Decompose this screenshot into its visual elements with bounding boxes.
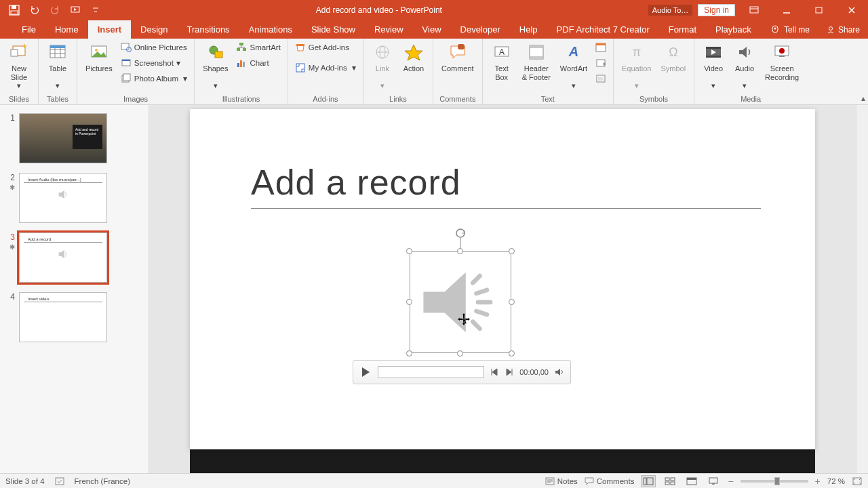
vertical-scrollbar[interactable] <box>856 105 868 473</box>
zoom-out-icon[interactable]: − <box>728 476 733 487</box>
notes-button[interactable]: Notes <box>545 477 578 485</box>
reading-view-icon[interactable] <box>684 475 699 487</box>
ribbon-display-options-icon[interactable] <box>741 1 768 20</box>
tab-insert[interactable]: Insert <box>88 20 131 39</box>
screenshot-button[interactable]: Screenshot ▾ <box>118 56 190 70</box>
new-slide-button[interactable]: New Slide ▾ <box>4 40 34 92</box>
tab-developer[interactable]: Developer <box>451 20 510 39</box>
comments-button[interactable]: Comments <box>585 477 635 485</box>
audio-object[interactable] <box>410 251 511 353</box>
svg-text:A: A <box>568 44 578 59</box>
shapes-button[interactable]: Shapes▾ <box>199 40 232 92</box>
spellcheck-icon[interactable] <box>54 476 65 486</box>
screen-recording-button[interactable]: Screen Recording <box>761 40 803 83</box>
chart-button[interactable]: Chart <box>233 56 283 70</box>
thumbnail-slide-4[interactable]: Insert video <box>19 292 107 342</box>
thumbnail-row[interactable]: 1 Add and record in Powerpoint <box>5 113 143 163</box>
slide-canvas[interactable]: Add a record <box>190 109 815 449</box>
zoom-slider-thumb[interactable] <box>774 477 780 485</box>
resize-handle[interactable] <box>509 350 515 357</box>
tab-animations[interactable]: Animations <box>239 20 302 39</box>
save-icon[interactable] <box>5 2 23 18</box>
date-time-icon <box>595 42 606 53</box>
thumbnail-slide-2[interactable]: Insert Audio (like music/per...) <box>19 173 107 223</box>
slide-sorter-view-icon[interactable] <box>663 475 677 487</box>
animation-star-icon: ✱ <box>9 243 15 251</box>
photo-album-button[interactable]: Photo Album ▾ <box>118 71 190 86</box>
symbol-button[interactable]: Ω Symbol <box>656 40 690 75</box>
pictures-button[interactable]: Pictures <box>81 40 117 75</box>
fit-to-window-icon[interactable] <box>852 476 863 486</box>
link-button[interactable]: Link▾ <box>368 40 397 92</box>
tell-me-search[interactable]: Tell me <box>762 21 818 39</box>
tab-design[interactable]: Design <box>131 20 177 39</box>
header-footer-button[interactable]: Header & Footer <box>518 40 555 83</box>
wordart-button[interactable]: A WordArt▾ <box>556 40 591 92</box>
sign-in-button[interactable]: Sign in <box>698 4 735 16</box>
normal-view-icon[interactable] <box>641 475 656 487</box>
my-addins-button[interactable]: My Add-ins ▾ <box>292 60 359 75</box>
animation-star-icon: ✱ <box>9 184 15 191</box>
date-time-button[interactable] <box>593 40 609 55</box>
start-from-beginning-icon[interactable] <box>66 2 84 18</box>
audio-track[interactable] <box>378 366 484 378</box>
tab-playback[interactable]: Playback <box>706 20 761 39</box>
tab-file[interactable]: File <box>12 20 45 39</box>
online-pictures-button[interactable]: Online Pictures <box>118 40 190 55</box>
resize-handle[interactable] <box>457 350 463 357</box>
resize-handle[interactable] <box>509 299 515 305</box>
audio-button[interactable]: Audio▾ <box>730 40 760 92</box>
slide-thumbnails-panel[interactable]: 1 Add and record in Powerpoint 2✱ Insert… <box>0 105 149 473</box>
maximize-icon[interactable] <box>806 1 833 20</box>
resize-handle[interactable] <box>406 248 412 254</box>
resize-handle[interactable] <box>457 248 463 254</box>
resize-handle[interactable] <box>406 350 412 357</box>
redo-icon[interactable] <box>46 2 64 18</box>
minimize-icon[interactable] <box>773 1 800 20</box>
thumbnail-slide-3[interactable]: Add a record <box>19 232 107 283</box>
tab-slide-show[interactable]: Slide Show <box>302 20 365 39</box>
slideshow-view-icon[interactable] <box>706 475 721 487</box>
skip-forward-icon[interactable] <box>505 367 514 377</box>
tab-pdf-architect[interactable]: PDF Architect 7 Creator <box>547 20 659 39</box>
svg-rect-5 <box>816 7 822 13</box>
thumbnail-row[interactable]: 3✱ Add a record <box>5 232 143 283</box>
close-icon[interactable] <box>838 1 865 20</box>
resize-handle[interactable] <box>509 248 515 254</box>
object-button[interactable] <box>593 71 609 86</box>
skip-back-icon[interactable] <box>490 367 499 377</box>
tab-transitions[interactable]: Transitions <box>178 20 239 39</box>
volume-icon[interactable] <box>554 367 565 378</box>
tab-help[interactable]: Help <box>510 20 547 39</box>
thumbnail-row[interactable]: 4 Insert video <box>5 292 143 342</box>
smartart-button[interactable]: SmartArt <box>233 40 283 55</box>
share-button[interactable]: Share <box>818 21 868 39</box>
comment-button[interactable]: Comment <box>437 40 478 75</box>
slide-number-button[interactable]: # <box>593 56 609 70</box>
qat-customize-icon[interactable] <box>87 2 104 18</box>
zoom-slider[interactable] <box>741 480 808 483</box>
slide-indicator[interactable]: Slide 3 of 4 <box>5 477 45 485</box>
tab-view[interactable]: View <box>413 20 451 39</box>
tab-format[interactable]: Format <box>659 20 706 39</box>
table-button[interactable]: Table▾ <box>43 40 73 92</box>
notes-area-collapsed[interactable] <box>190 449 815 473</box>
action-button[interactable]: Action <box>399 40 429 75</box>
resize-handle[interactable] <box>406 299 412 305</box>
tab-home[interactable]: Home <box>45 20 88 39</box>
tab-review[interactable]: Review <box>365 20 413 39</box>
language-indicator[interactable]: French (France) <box>75 477 130 485</box>
text-box-button[interactable]: A Text Box <box>487 40 517 83</box>
thumbnail-slide-1[interactable]: Add and record in Powerpoint <box>19 113 107 163</box>
zoom-percent[interactable]: 72 % <box>827 477 845 485</box>
video-button[interactable]: Video▾ <box>698 40 728 92</box>
zoom-in-icon[interactable]: + <box>815 476 821 487</box>
play-button-icon[interactable] <box>359 365 372 379</box>
undo-icon[interactable] <box>26 2 43 18</box>
slide-title[interactable]: Add a record <box>251 162 461 203</box>
audio-tools-contextual-tab[interactable]: Audio To… <box>648 5 693 16</box>
get-addins-button[interactable]: Get Add-ins <box>292 40 359 55</box>
equation-button[interactable]: π Equation▾ <box>618 40 655 92</box>
thumbnail-row[interactable]: 2✱ Insert Audio (like music/per...) <box>5 173 143 223</box>
collapse-ribbon-icon[interactable]: ▴ <box>861 94 865 103</box>
